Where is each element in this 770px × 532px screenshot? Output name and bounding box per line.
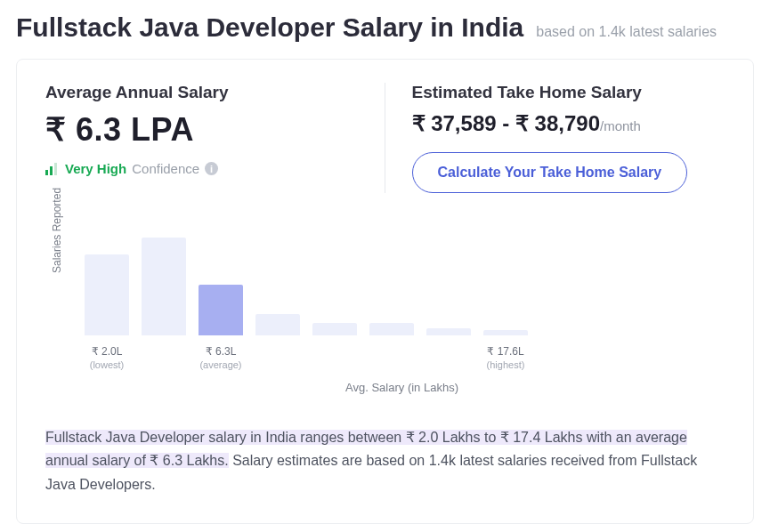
page-subtitle: based on 1.4k latest salaries <box>536 24 717 40</box>
salary-card: Average Annual Salary ₹ 6.3 LPA Very Hig… <box>16 59 754 524</box>
histogram-bar-label <box>369 344 414 372</box>
confidence-label: Confidence <box>132 161 199 176</box>
histogram-bar <box>142 238 186 335</box>
bars-icon <box>45 163 60 175</box>
page-title: Fullstack Java Developer Salary in India <box>16 12 523 43</box>
histogram-bar <box>426 328 471 335</box>
histogram-bar-label <box>426 344 471 372</box>
chart-ylabel: Salaries Reported <box>51 188 63 273</box>
histogram-bar-label: ₹ 6.3L(average) <box>199 344 243 372</box>
salary-histogram: Salaries Reported ₹ 2.0L(lowest)₹ 6.3L(a… <box>45 229 725 394</box>
confidence-level: Very High <box>65 161 126 176</box>
histogram-bar <box>483 330 528 335</box>
histogram-bar <box>369 323 414 335</box>
avg-salary-heading: Average Annual Salary <box>45 83 358 102</box>
histogram-bar <box>312 323 357 335</box>
histogram-bar-label: ₹ 2.0L(lowest) <box>85 344 129 372</box>
histogram-bar <box>199 285 243 336</box>
histogram-bar-label <box>142 344 186 372</box>
takehome-suffix: /month <box>600 118 641 133</box>
histogram-bar <box>85 254 129 335</box>
avg-salary-value: ₹ 6.3 LPA <box>45 111 358 149</box>
takehome-heading: Estimated Take Home Salary <box>412 83 725 102</box>
takehome-range: ₹ 37,589 - ₹ 38,790 <box>412 111 600 135</box>
histogram-bar-label: ₹ 17.6L(highest) <box>483 344 528 372</box>
salary-description: Fullstack Java Developer salary in India… <box>45 426 725 496</box>
histogram-bar-label <box>255 344 300 372</box>
histogram-bar <box>255 314 300 335</box>
histogram-bar-label <box>312 344 357 372</box>
takehome-value: ₹ 37,589 - ₹ 38,790/month <box>412 111 725 136</box>
info-icon[interactable]: i <box>205 162 218 175</box>
chart-xlabel: Avg. Salary (in Lakhs) <box>79 381 725 394</box>
calculate-takehome-button[interactable]: Calculate Your Take Home Salary <box>412 152 688 193</box>
